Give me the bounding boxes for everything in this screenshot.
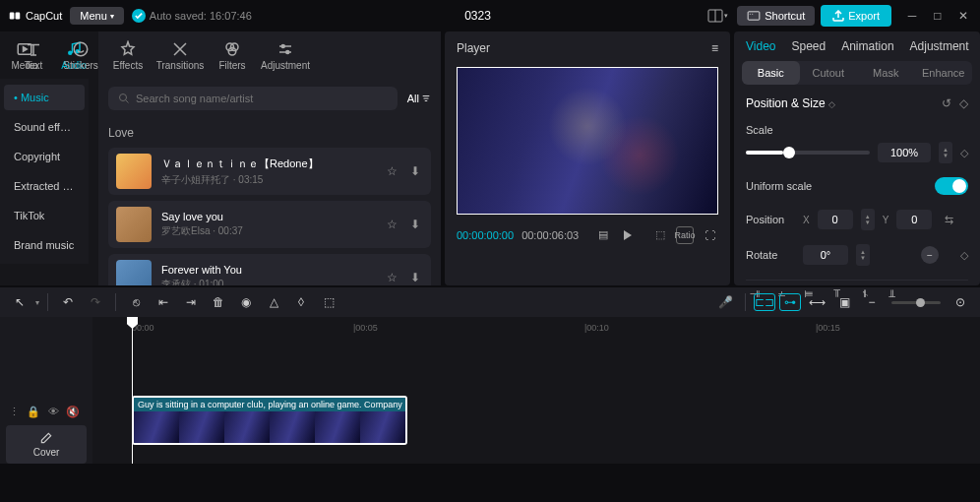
zoom-slider[interactable] <box>891 301 941 304</box>
subtab-cutout[interactable]: Cutout <box>800 61 858 85</box>
align-bottom-icon[interactable]: ⫫ <box>884 284 901 302</box>
crop-tool[interactable]: ⬚ <box>317 290 340 314</box>
export-button[interactable]: Export <box>821 5 891 27</box>
scale-slider[interactable] <box>746 151 870 155</box>
video-clip[interactable]: Guy is sitting in a computer club, playi… <box>132 396 407 445</box>
tab-adjustment[interactable]: Adjustment <box>256 31 315 79</box>
snap-tool[interactable]: ⟷ <box>805 290 828 314</box>
pointer-tool[interactable]: ↖ <box>8 290 31 314</box>
mic-button[interactable]: 🎤 <box>713 290 737 314</box>
subcat-copyright[interactable]: Copyright <box>4 144 85 169</box>
rotate-value[interactable]: 0° <box>803 245 848 265</box>
section-title: Love <box>108 118 431 148</box>
tab-text[interactable]: Text <box>10 31 57 79</box>
magnet-tool[interactable]: ⊏⊐ <box>754 293 775 311</box>
subtab-basic[interactable]: Basic <box>742 61 800 85</box>
song-thumb <box>116 154 152 189</box>
redo-button[interactable]: ↷ <box>84 290 107 314</box>
song-item[interactable]: Forever with You李承铉 · 01:00 ☆⬇ <box>108 254 431 285</box>
rtab-speed[interactable]: Speed <box>791 39 826 53</box>
subtab-mask[interactable]: Mask <box>857 61 915 85</box>
subcat-music[interactable]: • Music <box>4 85 85 110</box>
search-box[interactable] <box>108 87 398 110</box>
tab-transitions[interactable]: Transitions <box>152 31 209 79</box>
position-y-value[interactable]: 0 <box>896 210 932 229</box>
favorite-icon[interactable]: ☆ <box>384 218 399 231</box>
edit-icon <box>39 431 53 445</box>
download-icon[interactable]: ⬇ <box>407 271 423 284</box>
song-item[interactable]: Say love you罗艺欧Elsa · 00:37 ☆⬇ <box>108 201 431 248</box>
download-icon[interactable]: ⬇ <box>407 218 423 231</box>
rotate-tool[interactable]: ◊ <box>289 290 313 314</box>
download-icon[interactable]: ⬇ <box>407 164 423 178</box>
tl-menu-icon[interactable]: ⋮ <box>6 404 22 419</box>
play-button[interactable] <box>619 226 636 244</box>
layout-button[interactable]: ▾ <box>704 5 731 27</box>
minimize-button[interactable]: ─ <box>903 7 921 25</box>
timeline-ruler[interactable]: 00:00 |00:05 |00:10 |00:15 <box>92 317 980 341</box>
song-meta: 罗艺欧Elsa · 00:37 <box>161 224 374 238</box>
preview-tool[interactable]: ▣ <box>832 290 856 314</box>
clip-label: Guy is sitting in a computer club, playi… <box>134 398 405 411</box>
tab-filters[interactable]: Filters <box>209 31 256 79</box>
trim-right-tool[interactable]: ⇥ <box>179 290 203 314</box>
scale-value[interactable]: 100% <box>878 143 931 162</box>
song-title: Say love you <box>161 211 374 222</box>
player-menu-icon[interactable]: ≡ <box>711 41 718 55</box>
tab-stickers[interactable]: Stickers <box>57 31 104 79</box>
eye-icon[interactable]: 👁 <box>45 404 61 419</box>
menu-button[interactable]: Menu▾ <box>70 7 124 25</box>
rtab-video[interactable]: Video <box>746 39 775 53</box>
close-button[interactable]: ✕ <box>954 7 972 25</box>
scale-stepper[interactable]: ▲▼ <box>939 142 952 163</box>
tab-effects[interactable]: Effects <box>104 31 152 79</box>
subcat-tiktok[interactable]: TikTok <box>4 203 85 228</box>
keyframe-icon[interactable]: ◇ <box>960 249 968 262</box>
undo-button[interactable]: ↶ <box>56 290 80 314</box>
link-xy-icon[interactable]: ⇆ <box>940 211 957 228</box>
zoom-out[interactable]: − <box>860 290 884 314</box>
subtab-enhance[interactable]: Enhance <box>915 61 973 85</box>
cover-button[interactable]: Cover <box>6 425 87 464</box>
link-tool[interactable]: ⊶ <box>779 293 801 311</box>
split-tool[interactable]: ⎋ <box>124 290 148 314</box>
uniform-scale-toggle[interactable] <box>935 177 968 195</box>
record-tool[interactable]: ◉ <box>234 290 258 314</box>
ratio-button[interactable]: Ratio <box>676 226 694 244</box>
position-label: Position <box>746 214 795 225</box>
subcat-sound-effects[interactable]: Sound effe… <box>4 114 85 140</box>
playhead[interactable] <box>132 317 133 464</box>
favorite-icon[interactable]: ☆ <box>384 271 399 284</box>
crop-icon[interactable]: ⬚ <box>651 226 668 244</box>
reset-icon[interactable]: ↺ <box>942 96 951 110</box>
favorite-icon[interactable]: ☆ <box>384 164 399 178</box>
trim-left-tool[interactable]: ⇤ <box>152 290 175 314</box>
rtab-animation[interactable]: Animation <box>841 39 893 53</box>
mute-icon[interactable]: 🔇 <box>65 404 81 419</box>
subcat-extracted[interactable]: Extracted a… <box>4 173 85 199</box>
delete-tool[interactable]: 🗑 <box>207 290 230 314</box>
rotate-label: Rotate <box>746 249 795 261</box>
rtab-adjustment[interactable]: Adjustment <box>910 39 969 53</box>
mirror-tool[interactable]: △ <box>262 290 285 314</box>
keyframe-icon[interactable]: ◇ <box>960 147 968 159</box>
fullscreen-icon[interactable]: ⛶ <box>702 226 718 244</box>
subcat-brand-music[interactable]: Brand music <box>4 232 85 258</box>
position-size-label: Position & Size ◇ <box>746 96 835 110</box>
maximize-button[interactable]: □ <box>929 7 947 25</box>
svg-rect-4 <box>748 12 760 20</box>
check-icon <box>132 9 146 23</box>
zoom-fit[interactable]: ⊙ <box>949 290 972 314</box>
x-stepper[interactable]: ▲▼ <box>861 209 875 230</box>
shortcut-button[interactable]: Shortcut <box>737 6 815 26</box>
rotate-stepper[interactable]: ▲▼ <box>856 244 870 266</box>
list-icon[interactable]: ▤ <box>594 226 611 244</box>
lock-icon[interactable]: 🔒 <box>26 404 41 419</box>
rotate-reset[interactable]: − <box>921 246 939 264</box>
position-x-value[interactable]: 0 <box>818 210 853 229</box>
player-preview[interactable] <box>457 67 718 215</box>
keyframe-icon[interactable]: ◇ <box>959 96 968 110</box>
song-item[interactable]: Ｖａｌｅｎｔｉｎｅ【Redone】辛子小姐拜托了 · 03:15 ☆⬇ <box>108 148 431 195</box>
search-input[interactable] <box>136 93 388 104</box>
filter-all[interactable]: All <box>407 93 431 104</box>
